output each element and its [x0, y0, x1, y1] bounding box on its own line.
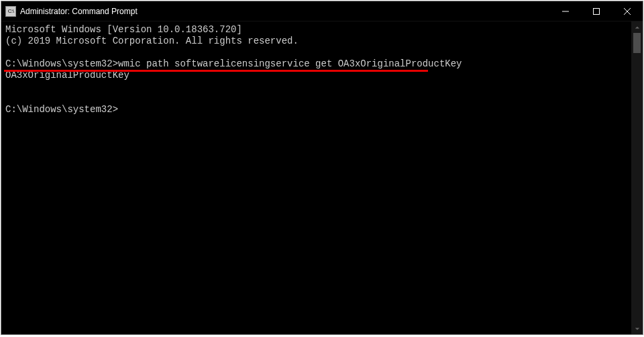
scrollbar-thumb[interactable]	[633, 33, 641, 53]
chevron-up-icon	[635, 25, 640, 30]
titlebar-left: C:\ Administrator: Command Prompt	[1, 6, 138, 17]
command-prompt-window: C:\ Administrator: Command Prompt Micros…	[1, 1, 643, 335]
titlebar[interactable]: C:\ Administrator: Command Prompt	[1, 1, 643, 21]
prompt-2: C:\Windows\system32>	[5, 104, 118, 115]
close-icon	[624, 8, 631, 15]
cmd-icon: C:\	[5, 6, 16, 17]
minimize-icon	[562, 8, 569, 15]
scrollbar-down-button[interactable]	[631, 323, 643, 334]
command-text: wmic path softwarelicensingservice get O…	[118, 58, 462, 69]
chevron-down-icon	[635, 326, 640, 332]
minimize-button[interactable]	[550, 1, 581, 21]
maximize-icon	[593, 8, 600, 15]
window-title: Administrator: Command Prompt	[20, 7, 138, 16]
scrollbar-up-button[interactable]	[631, 21, 643, 33]
copyright-text: (c) 2019 Microsoft Corporation. All righ…	[5, 36, 299, 46]
window-controls	[550, 1, 643, 21]
maximize-button[interactable]	[581, 1, 612, 21]
vertical-scrollbar[interactable]	[631, 21, 643, 334]
console-body[interactable]: Microsoft Windows [Version 10.0.18363.72…	[1, 21, 643, 334]
svg-rect-1	[594, 8, 600, 14]
prompt-1: C:\Windows\system32>	[5, 58, 118, 69]
version-text: Microsoft Windows [Version 10.0.18363.72…	[5, 24, 242, 35]
highlight-underline	[4, 70, 428, 72]
close-button[interactable]	[612, 1, 643, 21]
